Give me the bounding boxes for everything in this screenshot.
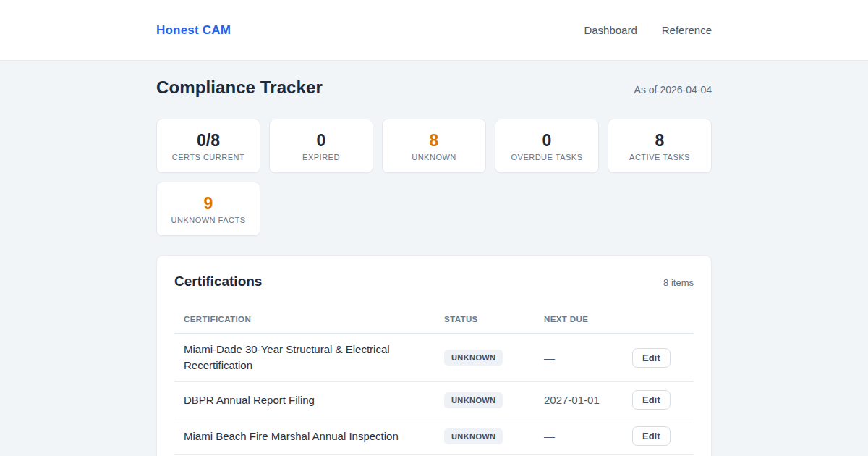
- status-cell: UNKNOWN: [435, 428, 535, 444]
- column-header-next-due: NEXT DUE: [535, 315, 623, 324]
- stat-label: CERTS CURRENT: [172, 153, 244, 161]
- main-nav: Dashboard Reference: [584, 24, 712, 36]
- column-header-certification: CERTIFICATION: [174, 315, 435, 324]
- edit-button[interactable]: Edit: [632, 348, 671, 368]
- stat-label: OVERDUE TASKS: [511, 153, 582, 161]
- stat-value: 0/8: [197, 131, 220, 150]
- nav-link-dashboard[interactable]: Dashboard: [584, 24, 637, 36]
- page-header: Compliance Tracker As of 2026-04-04: [156, 77, 712, 98]
- as-of-date: As of 2026-04-04: [634, 84, 712, 96]
- status-cell: UNKNOWN: [435, 350, 535, 366]
- page-title: Compliance Tracker: [156, 77, 323, 98]
- stat-value: 8: [430, 131, 439, 150]
- column-header-status: STATUS: [435, 315, 535, 324]
- certification-table-row: Miami-Dade 30-Year Structural & Electric…: [174, 334, 694, 382]
- stat-card: 8 UNKNOWN: [382, 119, 486, 173]
- status-badge: UNKNOWN: [444, 350, 503, 366]
- stat-value: 9: [204, 194, 213, 213]
- status-badge: UNKNOWN: [444, 392, 503, 408]
- edit-button[interactable]: Edit: [632, 426, 671, 446]
- certifications-panel: Certifications 8 items CERTIFICATION STA…: [156, 255, 712, 456]
- edit-button[interactable]: Edit: [632, 390, 671, 410]
- stat-card: 0 OVERDUE TASKS: [495, 119, 599, 173]
- brand-logo[interactable]: Honest CAM: [156, 23, 231, 38]
- stat-card: 0 EXPIRED: [269, 119, 373, 173]
- stat-label: ACTIVE TASKS: [629, 153, 690, 161]
- certification-table-row: Miami Beach Fire Marshal Annual Inspecti…: [174, 418, 694, 455]
- stat-value: 0: [542, 131, 552, 150]
- certifications-item-count: 8 items: [663, 277, 694, 288]
- stats-grid: 0/8 CERTS CURRENT 0 EXPIRED 8 UNKNOWN 0 …: [156, 119, 712, 236]
- stat-label: EXPIRED: [302, 153, 340, 161]
- stat-card: 0/8 CERTS CURRENT: [156, 119, 260, 173]
- stat-value: 8: [655, 131, 665, 150]
- certification-table-row: DBPR Annual Report Filing UNKNOWN 2027-0…: [174, 382, 694, 418]
- certification-name: Miami-Dade 30-Year Structural & Electric…: [174, 342, 413, 373]
- top-navigation-bar: Honest CAM Dashboard Reference: [0, 0, 868, 61]
- next-due-value: —: [535, 430, 623, 442]
- certifications-panel-header: Certifications 8 items: [174, 274, 694, 290]
- certifications-title: Certifications: [174, 274, 262, 290]
- certification-name: DBPR Annual Report Filing: [174, 392, 413, 408]
- stat-label: UNKNOWN: [412, 153, 456, 161]
- next-due-value: —: [535, 352, 623, 364]
- stat-card: 8 ACTIVE TASKS: [608, 119, 712, 173]
- status-cell: UNKNOWN: [435, 392, 535, 408]
- nav-link-reference[interactable]: Reference: [662, 24, 712, 36]
- stat-card: 9 UNKNOWN FACTS: [156, 182, 260, 236]
- next-due-value: 2027-01-01: [535, 394, 623, 406]
- status-badge: UNKNOWN: [444, 428, 503, 444]
- actions-cell: Edit: [623, 390, 694, 410]
- actions-cell: Edit: [623, 426, 694, 446]
- main-content: Compliance Tracker As of 2026-04-04 0/8 …: [156, 77, 712, 456]
- certification-name: Miami Beach Fire Marshal Annual Inspecti…: [174, 428, 413, 444]
- actions-cell: Edit: [623, 348, 694, 368]
- stat-value: 0: [317, 131, 326, 150]
- stat-label: UNKNOWN FACTS: [171, 216, 245, 224]
- certifications-table-header: CERTIFICATION STATUS NEXT DUE: [174, 309, 694, 334]
